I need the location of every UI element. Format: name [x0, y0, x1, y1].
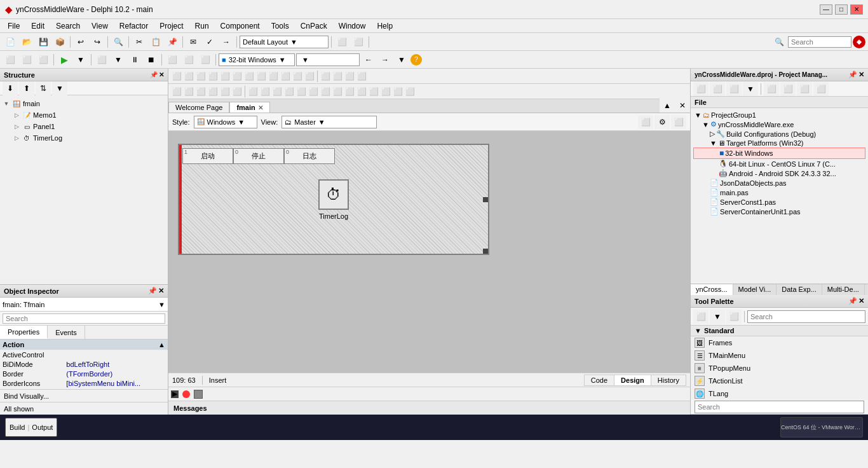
pm-btn4[interactable]: ⬜ — [797, 82, 812, 96]
cut-button[interactable]: ✂ — [132, 35, 147, 49]
tp-btn3[interactable]: ⬜ — [726, 310, 742, 324]
platform-dropdown[interactable]: ■ 32-bit Windows ▼ — [219, 53, 295, 66]
dt2-btn7[interactable]: ⬜ — [247, 86, 259, 97]
dt-btn8[interactable]: ⬜ — [255, 71, 267, 82]
tp-pin-icon[interactable]: 📌 — [848, 297, 857, 305]
dt2-btn9[interactable]: ⬜ — [271, 86, 283, 97]
oi-pin-icon[interactable]: 📌 — [148, 287, 157, 295]
menu-view[interactable]: View — [86, 20, 113, 32]
tp-btn1[interactable]: ⬜ — [693, 310, 709, 324]
tb-btn-a[interactable]: ⬜ — [334, 35, 349, 49]
tree-item-memo1[interactable]: ▷ 📝 Memo1 — [3, 109, 165, 121]
object-selector[interactable]: fmain: Tfmain ▼ — [0, 298, 168, 312]
object-search-input[interactable] — [3, 313, 165, 324]
struct-expand-all[interactable]: ⬇ — [3, 81, 18, 95]
pause-button[interactable]: ⏸ — [127, 53, 142, 67]
form-window[interactable]: 1 启动 0 停止 0 日志 — [178, 144, 489, 255]
menu-run[interactable]: Run — [190, 20, 214, 32]
dt2-btn11[interactable]: ⬜ — [295, 86, 307, 97]
dt-btn10[interactable]: ⬜ — [280, 71, 291, 82]
tp-search-input2[interactable] — [695, 401, 864, 413]
tb-nav-forward[interactable]: → — [377, 53, 393, 67]
pm-new[interactable]: ⬜ — [693, 82, 709, 96]
section-collapse-icon[interactable]: ▲ — [156, 340, 168, 350]
pm-pin-icon[interactable]: 📌 — [848, 71, 857, 79]
menu-edit[interactable]: Edit — [26, 20, 50, 32]
menu-help[interactable]: Help — [372, 20, 398, 32]
step-over-dropdown[interactable]: ▼ — [111, 53, 126, 67]
dt-btn6[interactable]: ⬜ — [231, 71, 243, 82]
struct-filter[interactable]: ▼ — [52, 81, 67, 95]
btn-stop[interactable]: 0 停止 — [233, 148, 284, 164]
tp-btn2[interactable]: ▼ — [710, 310, 725, 324]
dt-btn16[interactable]: ⬜ — [356, 71, 367, 82]
check-button[interactable]: ✓ — [202, 35, 217, 49]
tab-events[interactable]: Events — [48, 326, 85, 339]
bind-visually-button[interactable]: Bind Visually... — [0, 389, 168, 402]
menu-file[interactable]: File — [3, 20, 25, 32]
pm-item-projectgroup[interactable]: ▼ 🗂 ProjectGroup1 — [693, 111, 865, 120]
resize-handle-br[interactable] — [483, 249, 488, 254]
search-button[interactable]: 🔍 — [111, 35, 126, 49]
pm-item-build-config[interactable]: ▷ 🔧 Build Configurations (Debug) — [693, 129, 865, 139]
tool-palette-search[interactable] — [747, 310, 865, 323]
dt2-btn4[interactable]: ⬜ — [207, 86, 219, 97]
menu-tools[interactable]: Tools — [266, 20, 294, 32]
config-dropdown[interactable]: ▼ — [296, 53, 360, 66]
dt2-btn6[interactable]: ⬜ — [231, 86, 243, 97]
menu-cnpack[interactable]: CnPack — [295, 20, 332, 32]
dt-btn15[interactable]: ⬜ — [344, 71, 355, 82]
dt2-btn13[interactable]: ⬜ — [320, 86, 331, 97]
tb-nav-more[interactable]: ▼ — [394, 53, 409, 67]
dt2-btn12[interactable]: ⬜ — [308, 86, 319, 97]
dt2-btn17[interactable]: ⬜ — [368, 86, 379, 97]
tab-fmain[interactable]: fmain ✕ — [229, 102, 269, 113]
dt2-btn1[interactable]: ⬜ — [171, 86, 182, 97]
right-tab-modelvi[interactable]: Model Vi... — [733, 284, 777, 296]
pm-close-icon[interactable]: ✕ — [858, 71, 864, 79]
design-btn3[interactable]: ⬜ — [36, 53, 51, 67]
exe-expand[interactable]: ▼ — [702, 121, 709, 128]
dt2-btn2[interactable]: ⬜ — [183, 86, 194, 97]
tp-item-tpopupmenu[interactable]: ≡ TPopupMenu — [691, 362, 868, 375]
dt2-btn5[interactable]: ⬜ — [219, 86, 231, 97]
tab-close-btn[interactable]: ✕ — [675, 99, 690, 113]
debug-triangle[interactable]: ▶ — [171, 390, 179, 398]
tab-history[interactable]: History — [651, 375, 686, 385]
style-dropdown[interactable]: 🪟 Windows ▼ — [194, 116, 257, 128]
open-button[interactable]: 📂 — [19, 35, 34, 49]
tp-group-standard[interactable]: ▼ Standard — [691, 326, 868, 336]
prop-value-bidimode[interactable]: bdLeftToRight — [64, 360, 168, 369]
right-tab-yncross[interactable]: ynCross... — [691, 284, 733, 296]
style-icon1[interactable]: ⬜ — [638, 115, 653, 129]
run-button[interactable]: ▶ — [57, 53, 72, 67]
tp-item-tactionlist[interactable]: ⚡ TActionList — [691, 375, 868, 387]
stop-button[interactable]: ⏹ — [144, 53, 159, 67]
dt-btn9[interactable]: ⬜ — [268, 71, 279, 82]
dt2-btn20[interactable]: ⬜ — [404, 86, 416, 97]
step-over[interactable]: ⬜ — [94, 53, 109, 67]
pm-open[interactable]: ⬜ — [710, 82, 725, 96]
struct-sort[interactable]: ⇅ — [36, 81, 51, 95]
dt2-btn15[interactable]: ⬜ — [344, 86, 355, 97]
design-btn2[interactable]: ⬜ — [19, 53, 34, 67]
design-btn1[interactable]: ⬜ — [3, 53, 18, 67]
layout-dropdown[interactable]: Default Layout ▼ — [240, 36, 329, 48]
dt2-btn16[interactable]: ⬜ — [356, 86, 367, 97]
pm-item-exe[interactable]: ▼ ⚙ ynCrossMiddleWare.exe — [693, 120, 865, 129]
dt-btn2[interactable]: ⬜ — [183, 71, 194, 82]
btn-log[interactable]: 0 日志 — [284, 148, 335, 164]
menu-project[interactable]: Project — [154, 20, 188, 32]
prop-value-bordericons[interactable]: [biSystemMenu biMini... — [64, 379, 168, 389]
maximize-button[interactable]: □ — [835, 4, 848, 15]
tp-close-icon[interactable]: ✕ — [858, 297, 864, 305]
tree-item-timerlog[interactable]: ▷ ⏱ TimerLog — [3, 132, 165, 144]
build-tab[interactable]: Build — [10, 423, 25, 431]
tab-code[interactable]: Code — [585, 375, 614, 385]
pm-item-android[interactable]: 🤖 Android - Android SDK 24.3.3 32... — [693, 169, 865, 178]
debug-btn2[interactable]: ⬜ — [181, 53, 196, 67]
debug-btn1[interactable]: ⬜ — [165, 53, 180, 67]
menu-component[interactable]: Component — [215, 20, 265, 32]
undo-button[interactable]: ↩ — [73, 35, 88, 49]
tb-nav-back[interactable]: ← — [361, 53, 376, 67]
